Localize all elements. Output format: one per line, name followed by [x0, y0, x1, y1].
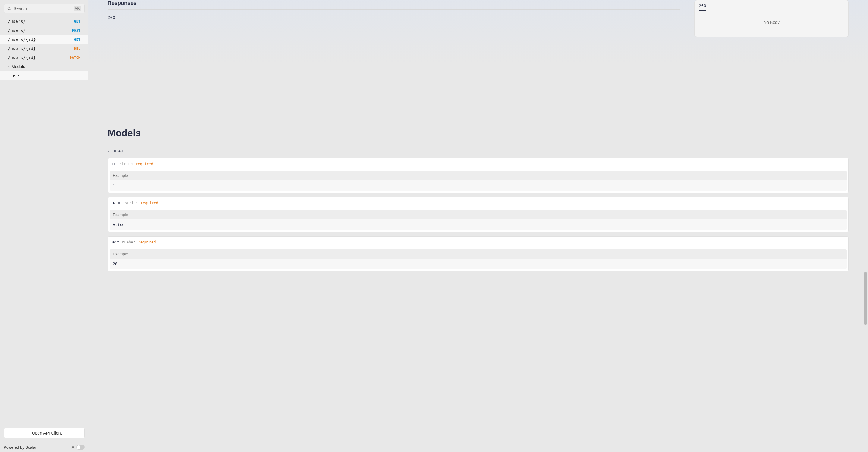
open-api-client-button[interactable]: Open API Client [4, 428, 85, 438]
scrollbar[interactable] [863, 0, 867, 452]
svg-line-2 [27, 432, 29, 434]
svg-point-3 [72, 447, 74, 448]
property-type: string [125, 201, 138, 205]
endpoint-path: /users/{id} [8, 55, 36, 60]
svg-line-6 [72, 446, 72, 446]
endpoint-users-post[interactable]: /users/ POST [0, 26, 88, 35]
property-card: age number required Example 20 [107, 236, 849, 271]
property-type: string [120, 162, 133, 166]
svg-line-11 [74, 446, 74, 446]
property-name: age [112, 239, 119, 245]
property-type: number [122, 240, 135, 245]
powered-by-label: Powered by Scalar [4, 445, 36, 450]
scrollbar-thumb[interactable] [864, 271, 867, 325]
property-card: name string required Example Alice [107, 197, 849, 232]
endpoint-users-get[interactable]: /users/ GET [0, 17, 88, 26]
endpoint-users-id-get[interactable]: /users/{id} GET [0, 35, 88, 44]
property-name: id [112, 161, 117, 166]
search-placeholder: Search [13, 6, 71, 11]
svg-line-1 [10, 9, 11, 10]
sidebar: Search ⌘K /users/ GET /users/ POST /user… [0, 0, 88, 452]
sidebar-group-models[interactable]: Models [0, 62, 88, 71]
response-tab-200[interactable]: 200 [699, 3, 706, 11]
property-required: required [141, 201, 158, 205]
search-icon [7, 6, 11, 10]
method-badge: POST [72, 29, 81, 33]
sidebar-group-label: Models [11, 64, 25, 69]
sidebar-model-label: user [11, 73, 22, 78]
method-badge: PATCH [70, 56, 81, 60]
response-body-empty: No Body [695, 11, 848, 37]
chevron-down-icon [6, 65, 10, 68]
sidebar-model-user[interactable]: user [0, 71, 88, 80]
endpoint-path: /users/ [8, 19, 26, 24]
api-client-label: Open API Client [32, 430, 62, 435]
example-label: Example [110, 249, 846, 259]
arrow-up-right-icon [27, 431, 30, 435]
endpoint-path: /users/ [8, 28, 26, 33]
endpoint-path: /users/{id} [8, 46, 36, 51]
search-shortcut: ⌘K [73, 6, 82, 11]
theme-toggle[interactable] [71, 445, 85, 450]
main-content: Responses 200 200 No Body Models user [88, 0, 868, 452]
example-label: Example [110, 210, 846, 219]
property-required: required [138, 240, 156, 245]
method-badge: GET [74, 20, 81, 24]
example-label: Example [110, 171, 846, 180]
method-badge: DEL [74, 47, 81, 51]
property-card: id string required Example 1 [107, 158, 849, 193]
endpoint-path: /users/{id} [8, 37, 36, 42]
response-code: 200 [107, 15, 680, 20]
model-name: user [114, 148, 124, 154]
sun-icon [71, 445, 75, 449]
responses-heading: Responses [107, 0, 680, 6]
example-value: 20 [110, 259, 846, 269]
search-input[interactable]: Search ⌘K [4, 4, 85, 13]
property-required: required [135, 162, 153, 166]
endpoint-users-id-del[interactable]: /users/{id} DEL [0, 44, 88, 53]
svg-line-10 [72, 448, 72, 448]
model-user-toggle[interactable]: user [107, 148, 849, 154]
sidebar-nav: /users/ GET /users/ POST /users/{id} GET… [0, 17, 88, 424]
svg-line-7 [74, 448, 74, 448]
example-value: Alice [110, 219, 846, 230]
method-badge: GET [74, 38, 81, 41]
property-name: name [112, 200, 122, 205]
endpoint-users-id-patch[interactable]: /users/{id} PATCH [0, 53, 88, 62]
example-value: 1 [110, 180, 846, 191]
models-heading: Models [107, 127, 849, 139]
chevron-down-icon [107, 149, 111, 153]
svg-point-0 [7, 7, 10, 9]
divider [107, 9, 680, 10]
response-panel: 200 No Body [694, 0, 849, 37]
